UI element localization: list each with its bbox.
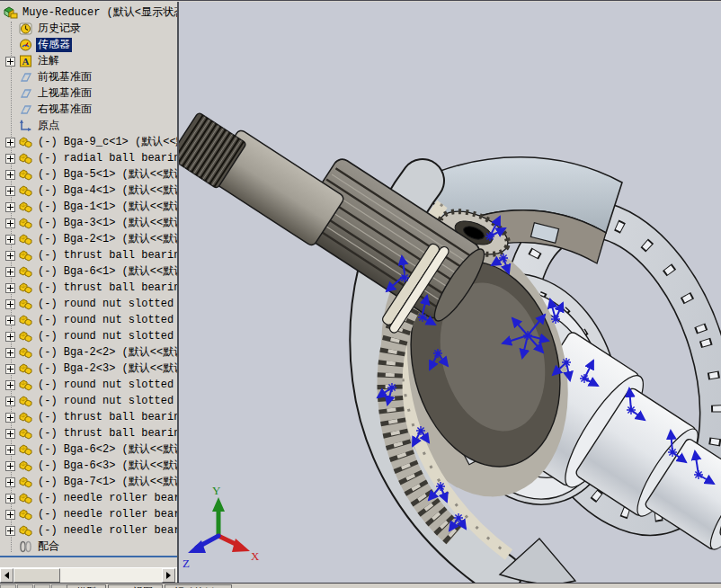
triad-z-label: Z: [182, 557, 190, 570]
tree-item-part-14[interactable]: (-) Bga-2<2> (默认<<默认>_: [0, 344, 177, 361]
part-icon: [18, 264, 33, 279]
scroll-left-button[interactable]: [0, 568, 13, 583]
expander-icon[interactable]: [5, 445, 15, 455]
tree-item-front-plane[interactable]: 前视基准面: [0, 69, 177, 85]
expander-icon[interactable]: [5, 218, 15, 228]
tree-item-part-6[interactable]: (-) Bga-3<1> (默认<<默认>_: [0, 215, 177, 231]
item-label: (-) Bga-9_c<1> (默认<<默认: [36, 135, 177, 149]
plane-icon: [18, 70, 33, 85]
expander-icon[interactable]: [5, 429, 15, 439]
item-label: 历史记录: [36, 22, 83, 36]
tab-nav-button[interactable]: [17, 584, 33, 588]
expander-icon[interactable]: [5, 57, 15, 67]
assembly-icon: [3, 5, 18, 20]
expander-icon[interactable]: [5, 461, 15, 471]
tree-item-part-22[interactable]: (-) Bga-7<1> (默认<<默认>_: [0, 474, 177, 490]
tree-item-part-3[interactable]: (-) Bga-5<1> (默认<<默认>_: [0, 166, 177, 183]
expander-icon[interactable]: [5, 299, 15, 309]
tab-1[interactable]: 3D 视图: [108, 584, 163, 588]
expander-icon[interactable]: [5, 267, 15, 277]
tree-item-part-23[interactable]: (-) needle roller bearing_: [0, 490, 177, 506]
item-label: (-) round nut slotted for: [36, 378, 177, 392]
panel-bottom-accent: [0, 556, 177, 557]
tree-item-part-13[interactable]: (-) round nut slotted for: [0, 328, 177, 344]
tree-item-part-9[interactable]: (-) Bga-6<1> (默认<<默认>_: [0, 263, 177, 280]
expander-icon[interactable]: [5, 494, 15, 503]
expander-icon[interactable]: [5, 413, 15, 423]
part-icon: [18, 410, 33, 424]
tree-item-part-2[interactable]: (-) radial ball bearing_68: [0, 150, 177, 166]
tree-item-history[interactable]: 历史记录: [0, 21, 177, 37]
expander-icon[interactable]: [5, 186, 15, 196]
expander-icon[interactable]: [5, 332, 15, 342]
expander-icon[interactable]: [5, 316, 15, 325]
tab-2[interactable]: 运动算例 1: [165, 584, 232, 588]
tree-item-mates[interactable]: 配合: [0, 539, 177, 555]
item-label: (-) thrust ball bearing_68: [36, 410, 177, 424]
tab-0[interactable]: 模型: [67, 584, 106, 588]
item-label: (-) round nut slotted for: [36, 313, 177, 327]
expander-icon[interactable]: [5, 170, 15, 180]
tree-item-part-24[interactable]: (-) needle roller bearing_: [0, 506, 177, 522]
tree-item-part-4[interactable]: (-) Bga-4<1> (默认<<默认>_: [0, 183, 177, 199]
tree-item-part-18[interactable]: (-) thrust ball bearing_68: [0, 409, 177, 425]
tree-item-part-7[interactable]: (-) Bga-2<1> (默认<<默认>_: [0, 231, 177, 247]
scrollbar-thumb[interactable]: [13, 568, 60, 583]
part-icon: [18, 329, 33, 343]
tree-item-top-plane[interactable]: 上视基准面: [0, 85, 177, 102]
expander-icon[interactable]: [5, 477, 15, 487]
tree-item-part-11[interactable]: (-) round nut slotted for: [0, 296, 177, 312]
expander-icon[interactable]: [5, 396, 15, 406]
tree-item-part-15[interactable]: (-) Bga-2<3> (默认<<默认>_: [0, 361, 177, 377]
tree-item-origin[interactable]: 原点: [0, 118, 177, 134]
part-icon: [18, 297, 33, 311]
item-label: Muye-Reducer (默认<显示状态-: [21, 5, 177, 20]
tab-nav-button[interactable]: [34, 584, 50, 588]
expander-icon[interactable]: [5, 510, 15, 520]
expander-icon[interactable]: [5, 154, 15, 164]
tree-item-part-8[interactable]: (-) thrust ball bearing_68: [0, 247, 177, 263]
tree-item-part-17[interactable]: (-) round nut slotted for: [0, 393, 177, 409]
part-icon: [18, 167, 33, 182]
tree-item-part-21[interactable]: (-) Bga-6<3> (默认<<默认>_: [0, 458, 177, 474]
item-label: 上视基准面: [36, 86, 93, 101]
tree-item-annotations[interactable]: A 注解: [0, 53, 177, 69]
tree-item-part-16[interactable]: (-) round nut slotted for: [0, 377, 177, 393]
item-label: (-) needle roller bearing_: [36, 491, 177, 505]
expander-icon[interactable]: [5, 526, 15, 536]
part-icon: [18, 507, 33, 521]
tree-item-part-12[interactable]: (-) round nut slotted for: [0, 312, 177, 328]
left-arrow-icon: [4, 572, 9, 579]
expander-icon[interactable]: [5, 348, 15, 358]
item-label: (-) thrust ball bearing_68: [36, 281, 177, 295]
tree-item-part-19[interactable]: (-) thrust ball bearing_68: [0, 425, 177, 441]
tree-item-right-plane[interactable]: 右视基准面: [0, 102, 177, 118]
tree-horizontal-scrollbar[interactable]: [0, 567, 177, 584]
tab-nav-buttons[interactable]: [0, 584, 68, 588]
tree-item-part-20[interactable]: (-) Bga-6<2> (默认<<默认>_: [0, 441, 177, 458]
expander-icon[interactable]: [5, 235, 15, 245]
tree-item-part-5[interactable]: (-) Bga-1<1> (默认<<默认>_: [0, 199, 177, 215]
tree-item-root-assembly[interactable]: Muye-Reducer (默认<显示状态-: [0, 4, 177, 21]
expander-icon[interactable]: [5, 380, 15, 390]
expander-icon[interactable]: [5, 138, 15, 147]
tree-item-part-25[interactable]: (-) needle roller bearing_: [0, 522, 177, 539]
tab-nav-button[interactable]: [0, 584, 16, 588]
expander-icon[interactable]: [5, 202, 15, 212]
expander-icon[interactable]: [5, 251, 15, 261]
tab-nav-button[interactable]: [51, 584, 67, 588]
item-label: (-) radial ball bearing_68: [36, 151, 177, 165]
tree-item-sensors[interactable]: 传感器: [0, 37, 177, 53]
tree-item-part-10[interactable]: (-) thrust ball bearing_68: [0, 280, 177, 296]
sensor-icon: [18, 38, 33, 52]
expander-icon[interactable]: [5, 283, 15, 293]
item-label: (-) round nut slotted for: [36, 297, 177, 311]
part-icon: [18, 248, 33, 263]
graphics-viewport[interactable]: Y X Z: [179, 2, 721, 584]
part-icon: [18, 523, 33, 538]
expander-icon[interactable]: [5, 364, 15, 374]
part-icon: [18, 313, 33, 327]
tree-item-part-1[interactable]: (-) Bga-9_c<1> (默认<<默认: [0, 134, 177, 150]
scroll-right-button[interactable]: [162, 568, 175, 583]
item-label: 注解: [36, 54, 61, 68]
